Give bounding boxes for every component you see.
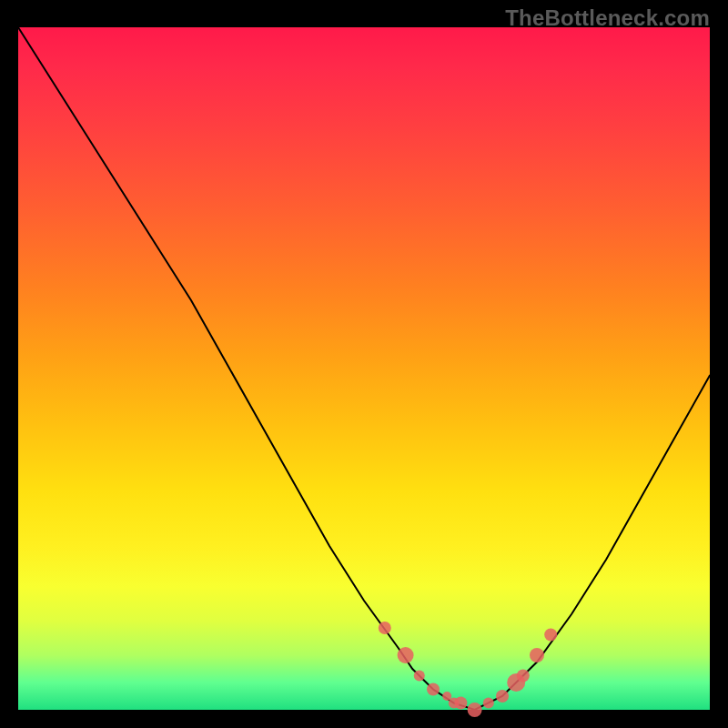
marker-dot — [530, 648, 544, 662]
chart-svg — [18, 27, 710, 710]
marker-dot — [468, 703, 482, 717]
marker-dot — [517, 670, 530, 682]
marker-dot — [414, 671, 425, 682]
chart-container: TheBottleneck.com — [0, 0, 728, 728]
marker-dot — [379, 622, 391, 634]
marker-dot — [544, 629, 557, 642]
bottleneck-curve — [18, 27, 710, 710]
marker-dot — [398, 647, 414, 663]
plot-area — [18, 27, 710, 710]
marker-dot — [454, 697, 467, 710]
curve-path — [18, 27, 710, 710]
marker-dot — [427, 683, 440, 696]
marker-dot — [496, 690, 509, 703]
marker-dot — [483, 698, 494, 709]
